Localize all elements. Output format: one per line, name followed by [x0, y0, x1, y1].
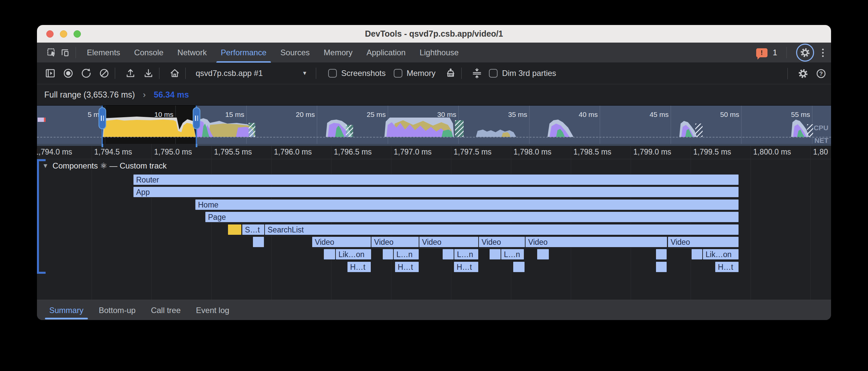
divider	[461, 67, 462, 79]
flame-bar-ht[interactable]: H…t	[454, 262, 478, 272]
grid-line	[211, 144, 212, 159]
device-toolbar-icon[interactable]	[58, 46, 71, 59]
grid-line	[750, 144, 751, 159]
cpu-baseline	[37, 137, 831, 138]
grid-line	[571, 144, 571, 159]
tab-sources[interactable]: Sources	[274, 42, 317, 63]
window-left-handle[interactable]	[98, 107, 106, 129]
flame-bar[interactable]	[513, 262, 525, 272]
error-count[interactable]: 1	[773, 48, 777, 57]
divider	[115, 67, 115, 79]
flame-bar-ln[interactable]: L…n	[454, 249, 478, 259]
long-task-hatch	[807, 124, 813, 137]
divider	[316, 67, 316, 79]
tab-memory[interactable]: Memory	[317, 42, 360, 63]
memory-label: Memory	[407, 68, 436, 78]
panel-tabs: ElementsConsoleNetworkPerformanceSources…	[80, 42, 466, 63]
flame-bar-app[interactable]: App	[133, 187, 739, 197]
flame-bar[interactable]	[656, 249, 666, 259]
full-range-crumb[interactable]: Full range (3,653.76 ms)	[44, 90, 135, 99]
flame-bar[interactable]	[324, 249, 335, 259]
flame-bar-home[interactable]: Home	[195, 199, 739, 210]
flame-bar-st[interactable]: S…t	[242, 225, 264, 235]
tab-network[interactable]: Network	[170, 42, 214, 63]
flame-bar[interactable]	[537, 249, 549, 259]
grid-line	[631, 144, 631, 159]
checkbox-box[interactable]	[489, 69, 498, 78]
dim-3rd-parties-checkbox[interactable]: Dim 3rd parties	[489, 68, 556, 78]
error-badge-icon[interactable]: !	[756, 48, 768, 57]
history-selected-item: qsvd7p.csb.app #1	[196, 68, 262, 78]
flame-bar[interactable]	[383, 249, 393, 259]
grid-line	[810, 159, 811, 300]
memory-checkbox[interactable]: Memory	[394, 68, 436, 78]
cpu-lane-label: CPU	[814, 124, 828, 132]
capture-settings-gear-icon[interactable]	[797, 67, 810, 80]
flame-bar-video[interactable]: Video	[312, 237, 371, 247]
tab-elements[interactable]: Elements	[80, 42, 127, 63]
checkbox-box[interactable]	[394, 69, 402, 78]
flame-bar[interactable]	[692, 249, 702, 259]
flame-bar-likon[interactable]: Lik…on	[336, 249, 371, 259]
flame-bar[interactable]	[228, 225, 241, 235]
flame-bar-searchlist[interactable]: SearchList	[265, 225, 739, 235]
flame-bar-video[interactable]: Video	[479, 237, 525, 247]
history-dropdown[interactable]: qsvd7p.csb.app #1 ▼	[196, 68, 307, 78]
record-icon[interactable]	[62, 66, 75, 80]
tab-performance[interactable]: Performance	[214, 42, 273, 63]
home-icon[interactable]	[168, 66, 181, 80]
flame-bar-ln[interactable]: L…n	[501, 249, 524, 259]
grid-line	[92, 159, 92, 300]
collapse-flame-icon[interactable]	[470, 66, 484, 80]
flame-bar-ht[interactable]: H…t	[395, 262, 419, 272]
track-header[interactable]: ▼ Components ⚛ — Custom track	[37, 159, 831, 172]
flame-bar-ht[interactable]: H…t	[347, 262, 371, 272]
garbage-collect-icon[interactable]	[444, 66, 457, 80]
grid-line	[451, 144, 451, 159]
tab-console[interactable]: Console	[127, 42, 170, 63]
window-right-handle[interactable]	[193, 107, 200, 129]
settings-gear-focus-ring[interactable]	[796, 44, 814, 62]
download-profile-icon[interactable]	[142, 66, 155, 80]
divider	[787, 68, 788, 79]
timeline-overview[interactable]: 5 ms10 ms15 ms20 ms25 ms30 ms35 ms40 ms4…	[37, 105, 831, 144]
tab-lighthouse[interactable]: Lighthouse	[413, 42, 466, 63]
flame-bar[interactable]	[490, 249, 501, 259]
toggle-sidebar-icon[interactable]	[43, 66, 57, 80]
flame-bar-video[interactable]: Video	[668, 237, 739, 247]
long-task-hatch	[346, 125, 353, 137]
svg-text:?: ?	[819, 70, 823, 77]
more-options-icon[interactable]	[819, 49, 827, 57]
bottom-tab-event-log[interactable]: Event log	[188, 300, 237, 320]
flame-bar[interactable]	[443, 249, 454, 259]
flame-bar-router[interactable]: Router	[133, 174, 739, 185]
flame-bar-video[interactable]: Video	[526, 237, 667, 247]
zoom-window-button[interactable]	[73, 30, 81, 38]
flame-bar-ht[interactable]: H…t	[715, 262, 739, 272]
flame-bar[interactable]	[656, 262, 666, 272]
ruler-time-label: 1,794.5 ms	[94, 144, 132, 159]
flame-bar-page[interactable]: Page	[205, 212, 739, 222]
flame-chart[interactable]: ▼ Components ⚛ — Custom track RouterAppH…	[37, 159, 831, 300]
flame-bar-video[interactable]: Video	[420, 237, 478, 247]
flame-bar-ln[interactable]: L…n	[394, 249, 419, 259]
upload-profile-icon[interactable]	[124, 66, 137, 80]
minimize-window-button[interactable]	[60, 30, 67, 38]
inspect-element-icon[interactable]	[45, 46, 58, 59]
help-icon[interactable]: ?	[814, 67, 828, 80]
flame-bar-video[interactable]: Video	[371, 237, 419, 247]
reload-record-icon[interactable]	[80, 66, 93, 80]
tab-application[interactable]: Application	[360, 42, 412, 63]
checkbox-box[interactable]	[328, 69, 337, 78]
window-marker	[196, 144, 197, 147]
flame-bar[interactable]	[253, 237, 264, 247]
screenshots-checkbox[interactable]: Screenshots	[328, 68, 385, 78]
collapse-triangle-icon[interactable]: ▼	[42, 162, 49, 170]
flame-bar-likon[interactable]: Lik…on	[703, 249, 739, 259]
bottom-tab-call-tree[interactable]: Call tree	[143, 300, 188, 320]
grid-line	[391, 144, 392, 159]
bottom-tab-summary[interactable]: Summary	[41, 300, 91, 320]
close-window-button[interactable]	[46, 30, 54, 38]
bottom-tab-bottom-up[interactable]: Bottom-up	[91, 300, 144, 320]
clear-icon[interactable]	[97, 66, 111, 80]
